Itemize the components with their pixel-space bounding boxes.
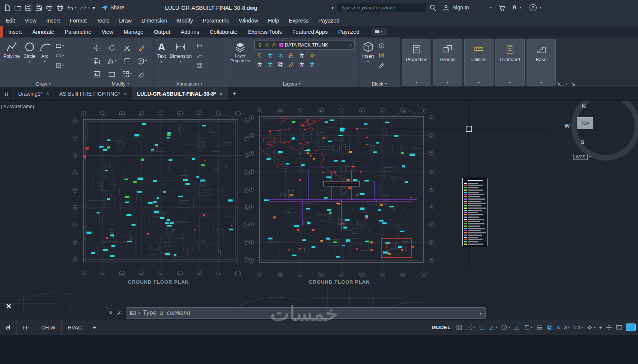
cart-icon[interactable] (498, 4, 506, 11)
layout-tab-el[interactable]: el (0, 320, 17, 335)
menu-insert[interactable]: Insert (41, 15, 65, 26)
offset-icon[interactable] (93, 71, 101, 78)
menu-modify[interactable]: Modify (172, 15, 198, 26)
ribbon-display-toggle[interactable]: ▾ (372, 29, 386, 35)
osnap-tracking-icon[interactable] (514, 324, 520, 331)
qat-customize-icon[interactable]: ▾ (93, 5, 95, 11)
erase-icon[interactable] (138, 71, 146, 78)
ribbon-tab-payazed[interactable]: Payazed (333, 26, 364, 38)
block-editor-icon[interactable] (379, 62, 385, 68)
fillet-icon[interactable] (123, 57, 131, 65)
annotation-panel-expander[interactable]: Annotation▾ (154, 81, 225, 87)
redo-icon[interactable]: ▾ (80, 4, 89, 11)
hatch-icon[interactable]: ▾ (56, 62, 64, 68)
stretch-icon[interactable] (108, 71, 116, 78)
help-dropdown-icon[interactable]: ▾ (540, 6, 541, 9)
layer-state-icon[interactable] (267, 62, 273, 68)
clean-screen-icon[interactable] (626, 323, 636, 331)
layer-isolate-icon[interactable] (267, 53, 273, 59)
publish-icon[interactable] (56, 4, 63, 11)
selection-cycling-icon[interactable] (546, 324, 553, 331)
sketch-icon[interactable] (138, 44, 146, 52)
viewcube-west[interactable]: W (564, 122, 570, 129)
draw-panel-expander[interactable]: Draw▾ (0, 81, 87, 87)
plot-icon[interactable] (46, 4, 53, 11)
customize-plus-icon[interactable]: + (599, 325, 602, 330)
table-icon[interactable] (197, 62, 203, 68)
panel-tile-groups[interactable]: Groups▾ (433, 39, 462, 86)
arc-button[interactable]: Arc▾ (38, 40, 53, 63)
undo-icon[interactable]: ▾ (67, 4, 76, 11)
copy-icon[interactable] (93, 57, 101, 65)
layer-match-icon[interactable] (309, 53, 315, 59)
insert-block-button[interactable]: Insert▾ (360, 40, 376, 68)
circle-button[interactable]: Circle▾ (22, 40, 38, 63)
text-button[interactable]: A Text▾ (155, 40, 168, 68)
panel-tile-base[interactable]: Base▾ (527, 39, 556, 86)
user-icon[interactable] (442, 4, 450, 11)
layer-walk-icon[interactable] (278, 62, 284, 68)
view-panel-label[interactable]: V...▾ (557, 81, 567, 87)
viewcube-south[interactable]: S (581, 139, 584, 145)
app-dropdown-icon[interactable]: ▾ (519, 6, 521, 9)
sign-in-label[interactable]: Sign In (453, 5, 469, 11)
layer-merge-icon[interactable] (288, 62, 294, 68)
save-as-icon[interactable] (35, 4, 42, 11)
layer-properties-button[interactable]: Layer Properties (227, 40, 254, 68)
layout-tab-ff[interactable]: FF (17, 320, 35, 335)
array-icon[interactable]: ▾ (122, 71, 132, 78)
search-input[interactable] (337, 3, 426, 12)
menu-payazed[interactable]: Payazed (313, 15, 344, 26)
search-expand-icon[interactable]: ▸ (332, 5, 334, 10)
move-icon[interactable] (93, 44, 101, 52)
file-tab[interactable]: Drawing1*× (14, 87, 54, 100)
ribbon-tab-featuredapps[interactable]: Featured Apps (287, 26, 333, 38)
viewcube-north[interactable]: N (582, 103, 586, 109)
open-file-icon[interactable] (14, 4, 21, 11)
layer-unlock-icon[interactable] (309, 62, 315, 68)
menu-draw[interactable]: Draw (114, 15, 137, 26)
menu-dimension[interactable]: Dimension (137, 15, 172, 26)
panel-tile-utilities[interactable]: Utilities▾ (464, 39, 494, 86)
model-space-button[interactable]: MODEL (432, 325, 451, 330)
minimize-ribbon-icon[interactable]: ↘ (572, 81, 575, 87)
ribbon-tab-expresstools[interactable]: Express Tools (243, 26, 287, 38)
layer-dropdown[interactable]: DATA RACK TRUNK ▾ (254, 41, 355, 50)
ribbon-tab-parametric[interactable]: Parametric (59, 26, 96, 38)
menu-tools[interactable]: Tools (92, 15, 114, 26)
close-tab-icon[interactable]: × (220, 90, 223, 97)
close-tab-icon[interactable]: × (46, 90, 49, 97)
save-icon[interactable] (25, 4, 32, 11)
layout-tab-chw[interactable]: CH.W (35, 320, 62, 335)
rectangle-icon[interactable]: ▾ (56, 43, 64, 49)
layer-freeze-icon[interactable] (278, 53, 284, 59)
search-icon[interactable] (429, 4, 436, 11)
multileader-icon[interactable] (197, 53, 203, 59)
snap-mode-icon[interactable]: ▾ (466, 324, 475, 331)
command-options-arrow[interactable]: ▾ (138, 311, 140, 315)
ribbon-tab-insert[interactable]: Insert (3, 26, 27, 38)
menu-edit[interactable]: Edit (1, 15, 20, 26)
grid-display-icon[interactable] (456, 324, 462, 331)
viewcube-compass-ring[interactable] (571, 101, 638, 161)
ellipse-icon[interactable]: ▾ (56, 53, 64, 59)
menu-express[interactable]: Express (284, 15, 313, 26)
file-tab[interactable]: LULU-GR-ASBUILT-FINAL-30-8*× (132, 87, 228, 100)
lineweight-icon[interactable] (536, 324, 543, 331)
dimension-button[interactable]: Dimension▾ (168, 40, 194, 68)
polar-tracking-icon[interactable]: ▾ (489, 324, 497, 331)
layer-current-icon[interactable] (299, 53, 305, 59)
layer-previous-icon[interactable] (257, 62, 263, 68)
mirror-icon[interactable]: ▾ (107, 57, 117, 65)
layer-off-icon[interactable] (257, 53, 263, 59)
polyline-button[interactable]: Polyline (2, 40, 22, 63)
layout-tab-hvac[interactable]: HVAC (62, 320, 88, 335)
create-block-icon[interactable] (379, 43, 385, 49)
rotate-icon[interactable] (108, 44, 116, 52)
new-file-icon[interactable] (4, 4, 11, 11)
autodesk-app-icon[interactable]: A (512, 4, 517, 11)
ribbon-tab-addins[interactable]: Add-ins (176, 26, 205, 38)
command-history-icon[interactable]: ▴ (480, 311, 482, 315)
explode-icon[interactable]: ▾ (137, 57, 147, 65)
panel-tile-clipboard[interactable]: Clipboard▾ (495, 39, 525, 86)
